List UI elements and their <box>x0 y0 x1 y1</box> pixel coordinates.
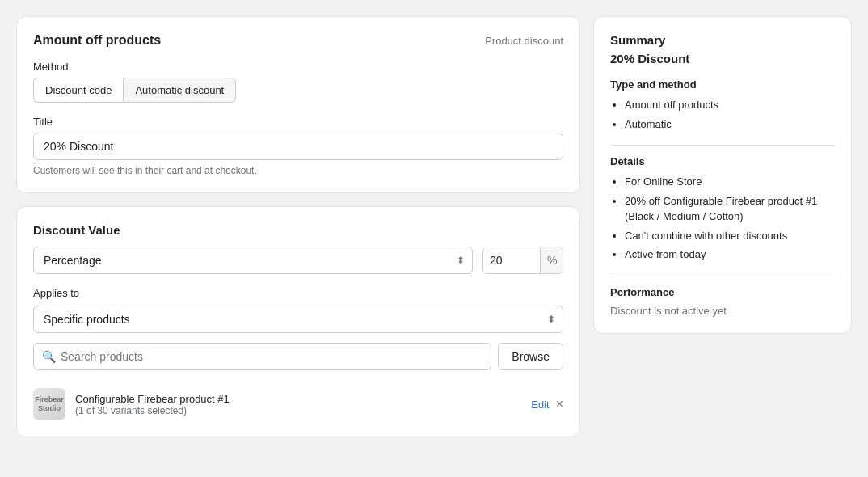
applies-to-label: Applies to <box>33 287 563 299</box>
discount-value-card: Discount Value Percentage Fixed amount ⬍… <box>16 206 580 437</box>
summary-divider-2 <box>610 276 835 276</box>
left-column: Amount off products Product discount Met… <box>16 16 580 437</box>
remove-product-button[interactable]: × <box>556 397 563 412</box>
product-name: Configurable Firebear product #1 <box>75 393 521 405</box>
method-buttons-group: Discount code Automatic discount <box>33 78 563 103</box>
percent-input[interactable] <box>483 247 540 273</box>
product-thumb-inner: Firebear Studio <box>34 389 65 420</box>
discount-value-row: Percentage Fixed amount ⬍ % <box>33 247 563 274</box>
product-discount-badge: Product discount <box>485 35 563 47</box>
percent-symbol: % <box>540 247 563 273</box>
type-and-method-label: Type and method <box>610 78 835 91</box>
title-label: Title <box>33 116 563 128</box>
percent-input-wrapper: % <box>482 247 563 274</box>
performance-label: Performance <box>610 286 835 298</box>
discount-code-button[interactable]: Discount code <box>33 78 123 103</box>
applies-to-select-wrapper: Specific products All products ⬍ <box>33 306 563 333</box>
type-select[interactable]: Percentage Fixed amount <box>33 247 473 274</box>
product-row: Firebear Studio Configurable Firebear pr… <box>33 380 563 420</box>
title-hint: Customers will see this in their cart an… <box>33 165 563 176</box>
card-header: Amount off products Product discount <box>33 33 563 48</box>
search-input-wrapper: 🔍 <box>33 343 491 370</box>
summary-method-item: Automatic <box>625 116 835 133</box>
card-title: Amount off products <box>33 33 161 48</box>
type-and-method-list: Amount off products Automatic <box>610 97 835 132</box>
summary-divider-1 <box>610 145 835 146</box>
product-thumbnail: Firebear Studio <box>33 388 65 420</box>
search-wrapper: 🔍 Browse <box>33 343 563 370</box>
amount-off-products-card: Amount off products Product discount Met… <box>16 16 580 193</box>
search-icon: 🔍 <box>42 350 56 363</box>
edit-link[interactable]: Edit <box>531 399 549 411</box>
detail-item-0: For Online Store <box>625 174 835 190</box>
product-info: Configurable Firebear product #1 (1 of 3… <box>75 393 521 416</box>
title-input[interactable] <box>33 133 563 160</box>
summary-type-item: Amount off products <box>625 97 835 113</box>
details-list: For Online Store 20% off Configurable Fi… <box>610 174 835 263</box>
summary-discount-name: 20% Discount <box>610 52 835 65</box>
summary-card: Summary 20% Discount Type and method Amo… <box>593 16 852 334</box>
method-label: Method <box>33 61 563 73</box>
product-actions: Edit × <box>531 397 563 412</box>
automatic-discount-button[interactable]: Automatic discount <box>123 78 236 103</box>
discount-value-title: Discount Value <box>33 223 563 237</box>
applies-to-select[interactable]: Specific products All products <box>33 306 563 333</box>
detail-item-2: Can't combine with other discounts <box>625 228 835 244</box>
browse-button[interactable]: Browse <box>498 343 563 370</box>
performance-text: Discount is not active yet <box>610 305 835 317</box>
summary-title: Summary <box>610 33 835 47</box>
detail-item-1: 20% off Configurable Firebear product #1… <box>625 193 835 225</box>
product-variants: (1 of 30 variants selected) <box>75 405 521 416</box>
type-select-wrapper: Percentage Fixed amount ⬍ <box>33 247 473 274</box>
details-label: Details <box>610 155 835 167</box>
detail-item-3: Active from today <box>625 247 835 263</box>
search-input[interactable] <box>61 344 482 369</box>
